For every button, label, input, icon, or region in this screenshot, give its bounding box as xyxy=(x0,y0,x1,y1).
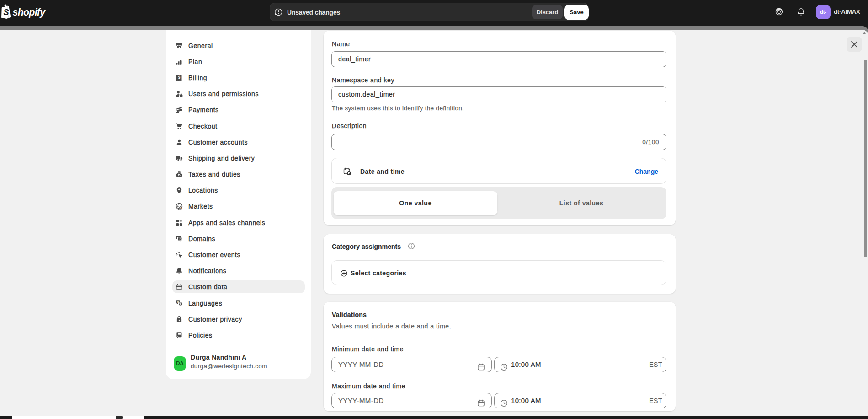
svg-text:$: $ xyxy=(178,75,181,80)
svg-text:$: $ xyxy=(180,206,182,210)
svg-text:shopify: shopify xyxy=(13,7,46,18)
svg-text:S: S xyxy=(4,8,9,17)
